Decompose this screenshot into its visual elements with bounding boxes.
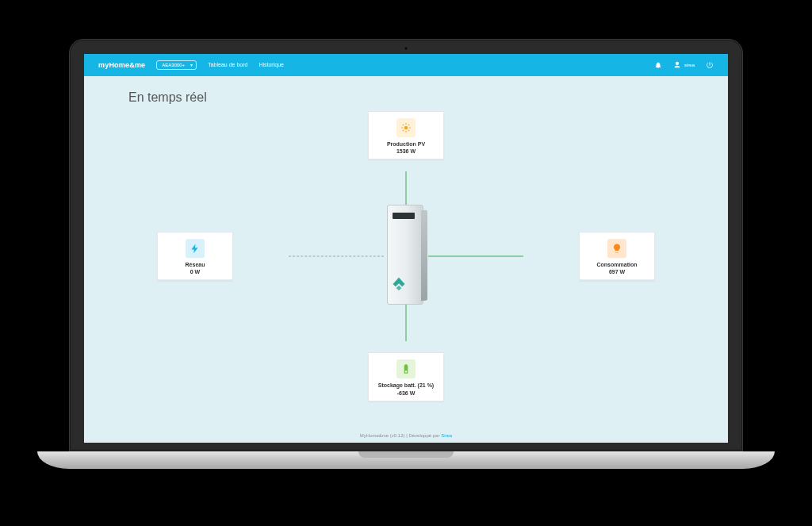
- card-pv[interactable]: Production PV 1536 W: [368, 111, 444, 159]
- footer-text: MyHome&me (v0.12) | Développé par: [360, 433, 441, 438]
- device-accent-icon: [391, 275, 407, 293]
- energy-diagram: Production PV 1536 W Réseau 0 W: [128, 109, 684, 403]
- connector-grid: [289, 255, 384, 256]
- card-cons-value: 697 W: [583, 269, 651, 275]
- camera-dot: [404, 46, 408, 51]
- card-grid-value: 0 W: [161, 269, 229, 275]
- nav-history[interactable]: Historique: [259, 62, 284, 67]
- laptop-frame: myHome&me AEA3000+ Tableau de bord Histo…: [69, 39, 743, 451]
- app-screen: myHome&me AEA3000+ Tableau de bord Histo…: [84, 54, 728, 443]
- user-name: sirea: [684, 63, 695, 67]
- footer-link[interactable]: Sirea: [441, 433, 452, 438]
- card-consumption[interactable]: Consommation 697 W: [579, 232, 655, 280]
- device-selector[interactable]: AEA3000+: [156, 60, 197, 70]
- svg-line-8: [408, 124, 409, 125]
- connector-consumption: [428, 255, 523, 256]
- footer: MyHome&me (v0.12) | Développé par Sirea: [84, 433, 728, 438]
- notifications-icon[interactable]: [654, 61, 662, 69]
- laptop-mockup: myHome&me AEA3000+ Tableau de bord Histo…: [69, 39, 743, 488]
- svg-line-6: [408, 129, 409, 130]
- card-pv-value: 1536 W: [372, 148, 440, 154]
- page-title: En temps réel: [128, 90, 684, 105]
- svg-line-5: [403, 124, 404, 125]
- nav-dashboard[interactable]: Tableau de bord: [208, 62, 247, 67]
- top-bar: myHome&me AEA3000+ Tableau de bord Histo…: [84, 54, 728, 76]
- power-icon[interactable]: [706, 61, 714, 69]
- card-batt-label: Stockage batt. (21 %): [372, 382, 440, 389]
- central-device: [384, 205, 428, 308]
- card-battery[interactable]: Stockage batt. (21 %) -636 W: [368, 352, 444, 401]
- page-content: En temps réel Production PV 1536 W: [84, 76, 728, 443]
- app-logo: myHome&me: [98, 61, 145, 69]
- user-menu[interactable]: sirea: [673, 61, 695, 69]
- sun-icon: [396, 118, 416, 137]
- battery-icon: [396, 359, 416, 378]
- card-batt-value: -636 W: [372, 390, 440, 396]
- bolt-icon: [186, 239, 205, 258]
- laptop-base: [37, 451, 775, 469]
- card-grid-label: Réseau: [161, 262, 229, 268]
- card-pv-label: Production PV: [372, 141, 440, 148]
- svg-line-7: [403, 129, 404, 130]
- card-cons-label: Consommation: [583, 262, 651, 268]
- bulb-icon: [607, 239, 626, 258]
- card-grid[interactable]: Réseau 0 W: [157, 232, 233, 280]
- svg-point-0: [404, 125, 408, 129]
- user-icon: [673, 61, 681, 69]
